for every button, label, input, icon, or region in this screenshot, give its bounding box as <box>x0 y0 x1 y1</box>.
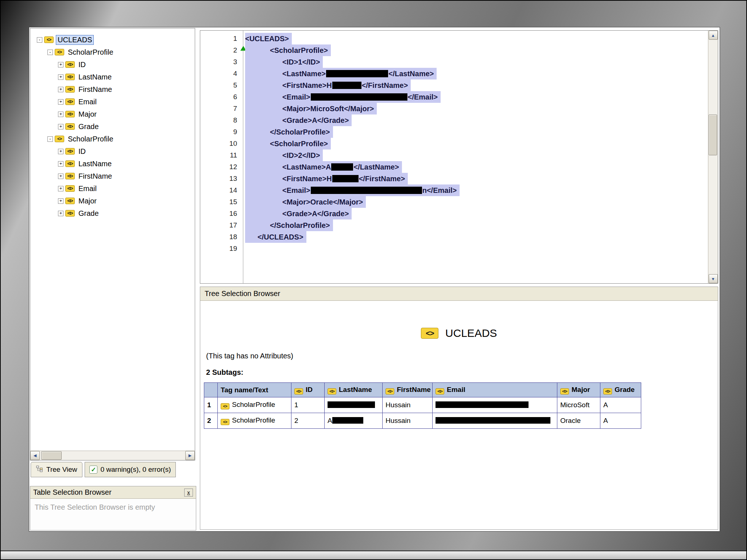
scroll-down-button[interactable]: ▼ <box>709 274 718 283</box>
source-vertical-scrollbar[interactable]: ▲ ▼ <box>708 31 718 283</box>
column-header-grade: <t>Grade <box>600 383 641 397</box>
code-line[interactable]: <ID>1</ID> <box>244 56 708 68</box>
code-line[interactable]: <FirstName>H</FirstName> <box>244 173 708 184</box>
code-line[interactable]: <ID>2</ID> <box>244 149 708 161</box>
tree-item-id[interactable]: +<t>ID <box>30 145 195 158</box>
scroll-left-button[interactable]: ◀ <box>30 451 40 460</box>
tree-item-id[interactable]: +<t>ID <box>30 58 195 71</box>
expand-toggle-icon[interactable]: + <box>58 186 63 191</box>
expand-toggle-icon[interactable]: + <box>58 74 63 80</box>
tree-item-scholarprofile[interactable]: -<>ScholarProfile <box>30 133 195 145</box>
code-line-text: <FirstName>H</FirstName> <box>245 173 408 184</box>
code-line[interactable]: <LastName>A</LastName> <box>244 161 708 173</box>
element-icon: <> <box>221 403 229 409</box>
code-line-text: <UCLEADS> <box>245 33 292 44</box>
tree-item-email[interactable]: +<t>Email <box>30 182 195 195</box>
text-node-icon: <t> <box>65 111 75 117</box>
text-node-icon: <t> <box>65 98 75 105</box>
scroll-right-button[interactable]: ▶ <box>185 451 195 460</box>
code-line[interactable]: <ScholarProfile> <box>244 138 708 149</box>
tree-item-grade[interactable]: +<t>Grade <box>30 120 195 133</box>
tree-item-label[interactable]: FirstName <box>77 85 113 94</box>
expand-toggle-icon[interactable]: + <box>58 174 63 179</box>
redacted-text <box>311 93 407 101</box>
expand-toggle-icon[interactable]: + <box>58 112 63 117</box>
tree-item-label[interactable]: ID <box>77 60 87 69</box>
tree-item-firstname[interactable]: +<t>FirstName <box>30 83 195 96</box>
code-line[interactable]: </UCLEADS> <box>244 231 708 243</box>
tree-item-grade[interactable]: +<t>Grade <box>30 207 195 219</box>
code-line[interactable]: <Email>n</Email> <box>244 184 708 196</box>
collapse-toggle-icon[interactable]: - <box>47 50 53 55</box>
validation-status[interactable]: ✓ 0 warning(s), 0 error(s) <box>85 462 175 477</box>
line-number: 18 <box>200 231 243 243</box>
expand-toggle-icon[interactable]: + <box>58 211 63 216</box>
code-line[interactable]: <Major>Oracle</Major> <box>244 196 708 208</box>
expand-toggle-icon[interactable]: + <box>58 124 63 129</box>
tree-item-scholarprofile[interactable]: -<>ScholarProfile <box>30 46 195 58</box>
tree-item-lastname[interactable]: +<t>LastName <box>30 71 195 83</box>
expand-toggle-icon[interactable]: + <box>58 161 63 167</box>
line-number-gutter: 12345678910111213141516171819 <box>200 31 243 283</box>
tree-item-firstname[interactable]: +<t>FirstName <box>30 170 195 182</box>
expand-toggle-icon[interactable]: + <box>58 149 63 154</box>
expand-toggle-icon[interactable]: + <box>58 99 63 105</box>
tree-item-label[interactable]: Major <box>77 197 98 206</box>
line-number: 10 <box>200 138 243 149</box>
tree-item-label[interactable]: LastName <box>77 159 113 168</box>
code-line[interactable]: <ScholarProfile> <box>244 44 708 56</box>
tree-item-label[interactable]: Email <box>77 184 98 193</box>
close-icon[interactable]: x <box>184 489 193 497</box>
tree-item-email[interactable]: +<t>Email <box>30 96 195 108</box>
tree-tabs-row: Tree View ✓ 0 warning(s), 0 error(s) <box>31 462 196 479</box>
subtags-header-row: Tag name/Text<t>ID<t>LastName<t>FirstNam… <box>204 383 641 397</box>
redacted-text <box>326 70 388 77</box>
code-text: <UCLEADS> <box>245 35 289 43</box>
vertical-scroll-thumb[interactable] <box>709 114 717 155</box>
code-line[interactable]: <UCLEADS> <box>244 33 708 44</box>
code-content[interactable]: <UCLEADS><ScholarProfile><ID>1</ID><Last… <box>244 31 708 283</box>
tree-item-label[interactable]: LastName <box>77 73 113 82</box>
code-line[interactable]: <Grade>A</Grade> <box>244 114 708 126</box>
tree-item-label[interactable]: FirstName <box>77 172 113 181</box>
tree-item-lastname[interactable]: +<t>LastName <box>30 158 195 170</box>
expand-toggle-icon[interactable]: + <box>58 62 63 67</box>
tree-item-label[interactable]: Major <box>77 110 98 119</box>
table-row[interactable]: 2<>ScholarProfile2AHussainOracleA <box>204 413 641 429</box>
code-line[interactable]: </ScholarProfile> <box>244 126 708 138</box>
code-line[interactable]: </ScholarProfile> <box>244 219 708 231</box>
code-line[interactable] <box>244 243 708 254</box>
tree-item-label[interactable]: UCLEADS <box>56 35 94 45</box>
tree-item-label[interactable]: Grade <box>77 122 100 131</box>
tree-item-label[interactable]: ScholarProfile <box>66 135 115 144</box>
tree-item-label[interactable]: ScholarProfile <box>66 48 115 57</box>
scroll-up-button[interactable]: ▲ <box>709 31 718 40</box>
tree-item-label[interactable]: Email <box>77 97 98 106</box>
code-line[interactable]: <LastName></LastName> <box>244 68 708 79</box>
expand-toggle-icon[interactable]: + <box>58 198 63 204</box>
tree-selection-browser-title: Tree Selection Browser <box>200 287 718 301</box>
code-line[interactable]: <Major>MicroSoft</Major> <box>244 103 708 114</box>
tree-item-ucleads[interactable]: -<>UCLEADS <box>30 34 195 46</box>
tree-horizontal-scrollbar[interactable]: ◀ ▶ <box>30 451 195 460</box>
column-header-firstname: <t>FirstName <box>383 383 433 397</box>
column-header-tag-name-text: Tag name/Text <box>218 383 291 397</box>
tree-item-major[interactable]: +<t>Major <box>30 108 195 120</box>
code-line[interactable]: <FirstName>H</FirstName> <box>244 79 708 91</box>
table-cell: 1 <box>291 397 325 413</box>
tree-item-label[interactable]: Grade <box>77 209 100 218</box>
table-row[interactable]: 1<>ScholarProfile1HussainMicroSoftA <box>204 397 641 413</box>
tree-item-label[interactable]: ID <box>77 147 87 156</box>
tab-tree-view[interactable]: Tree View <box>31 462 82 477</box>
column-header-label: FirstName <box>397 386 431 393</box>
code-line-text: </ScholarProfile> <box>245 126 333 138</box>
collapse-toggle-icon[interactable]: - <box>47 136 53 142</box>
collapse-toggle-icon[interactable]: - <box>37 37 42 43</box>
line-number: 3 <box>200 56 243 68</box>
expand-toggle-icon[interactable]: + <box>58 87 63 92</box>
tree-item-major[interactable]: +<t>Major <box>30 195 195 207</box>
code-line[interactable]: <Grade>A</Grade> <box>244 208 708 219</box>
code-line[interactable]: <Email></Email> <box>244 91 708 103</box>
horizontal-scroll-thumb[interactable] <box>41 451 62 460</box>
table-cell: A <box>325 413 383 429</box>
